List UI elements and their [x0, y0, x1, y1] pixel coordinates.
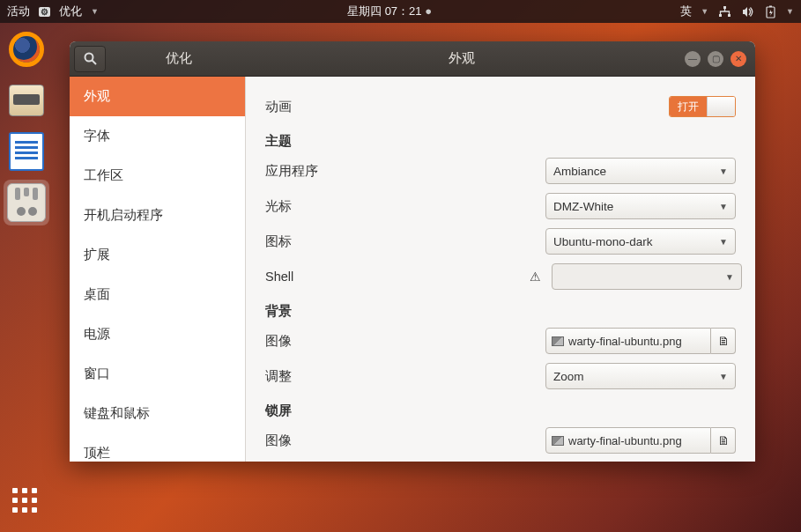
files-icon	[9, 85, 44, 116]
file-name: warty-final-ubuntu.png	[568, 434, 682, 447]
combo-value: DMZ-White	[553, 200, 613, 213]
shell-theme-combo: ▼	[552, 263, 742, 290]
sidebar-item-fonts[interactable]: 字体	[70, 116, 245, 156]
background-adjust-combo[interactable]: Zoom ▼	[545, 363, 736, 389]
chevron-down-icon: ▼	[725, 272, 734, 282]
window-title-left: 优化	[110, 50, 247, 67]
sidebar-item-appearance[interactable]: 外观	[70, 77, 245, 116]
battery-icon[interactable]	[763, 4, 777, 18]
svg-rect-0	[723, 6, 726, 9]
sidebar-item-label: 电源	[84, 327, 110, 341]
activities-button[interactable]: 活动	[7, 4, 30, 19]
tweaks-icon	[7, 183, 46, 222]
sidebar-item-power[interactable]: 电源	[70, 314, 245, 354]
sidebar-item-desktop[interactable]: 桌面	[70, 275, 245, 314]
sidebar-item-label: 窗口	[84, 366, 110, 381]
top-panel: 活动 ⚙ 优化 ▼ 星期四 07：21 ● 英 ▼ ▼	[0, 0, 801, 23]
app-menu-label[interactable]: 优化	[59, 4, 82, 19]
network-icon[interactable]	[717, 4, 731, 18]
chevron-down-icon: ▼	[719, 237, 728, 247]
lockscreen-image-browse-button[interactable]: 🗎	[711, 427, 736, 454]
icons-theme-combo[interactable]: Ubuntu-mono-dark ▼	[545, 228, 736, 255]
background-heading: 背景	[265, 294, 736, 323]
background-image-label: 图像	[265, 333, 530, 350]
svg-rect-2	[728, 14, 731, 17]
cursor-theme-label: 光标	[265, 198, 530, 215]
cursor-theme-combo[interactable]: DMZ-White ▼	[545, 193, 736, 219]
sidebar-item-label: 扩展	[84, 248, 110, 262]
chevron-down-icon: ▼	[701, 7, 708, 16]
sidebar-item-label: 开机启动程序	[84, 208, 163, 222]
chevron-down-icon: ▼	[719, 166, 728, 176]
sidebar-item-windows[interactable]: 窗口	[70, 354, 245, 394]
tweaks-window: 优化 外观 ― ▢ ✕ 外观 字体 工作区 开机启动程序 扩展 桌面 电源 窗口…	[70, 41, 755, 462]
search-icon	[84, 52, 97, 65]
sidebar-item-label: 外观	[84, 89, 110, 103]
applications-theme-combo[interactable]: Ambiance ▼	[545, 158, 736, 184]
notification-dot-icon: ●	[425, 4, 432, 18]
show-applications-button[interactable]	[12, 488, 39, 514]
dock-writer[interactable]	[4, 129, 49, 174]
input-method-label[interactable]: 英	[680, 4, 692, 19]
combo-value: Ambiance	[553, 165, 606, 178]
content-panel: 动画 打开 主题 应用程序 Ambiance ▼	[246, 77, 755, 462]
dock-firefox[interactable]	[4, 26, 49, 72]
animations-switch[interactable]: 打开	[669, 96, 736, 117]
app-menu-icon: ⚙	[39, 7, 50, 17]
lockscreen-image-label: 图像	[265, 432, 530, 449]
svg-line-6	[92, 61, 96, 65]
volume-icon[interactable]	[740, 4, 754, 18]
svg-rect-4	[769, 5, 772, 7]
writer-icon	[9, 132, 44, 171]
clock-label[interactable]: 星期四 07：21	[347, 4, 422, 18]
svg-rect-1	[719, 14, 722, 17]
titlebar: 优化 外观 ― ▢ ✕	[70, 41, 755, 77]
dock-files[interactable]	[4, 78, 49, 123]
switch-on-label: 打开	[670, 97, 707, 116]
document-icon: 🗎	[717, 433, 730, 447]
icons-theme-label: 图标	[265, 233, 530, 250]
document-icon: 🗎	[717, 334, 730, 348]
chevron-down-icon: ▼	[719, 372, 728, 381]
background-adjust-label: 调整	[265, 368, 530, 385]
sidebar-item-label: 桌面	[84, 287, 110, 301]
chevron-down-icon: ▼	[719, 202, 728, 211]
applications-theme-label: 应用程序	[265, 163, 530, 180]
chevron-down-icon: ▼	[786, 7, 794, 16]
shell-theme-label: Shell	[265, 270, 530, 284]
dock	[4, 26, 53, 225]
dock-tweaks[interactable]	[4, 180, 49, 225]
sidebar: 外观 字体 工作区 开机启动程序 扩展 桌面 电源 窗口 键盘和鼠标 顶栏	[70, 77, 246, 462]
animations-label: 动画	[265, 99, 530, 115]
switch-knob	[707, 97, 735, 116]
lockscreen-heading: 锁屏	[265, 394, 736, 423]
sidebar-item-extensions[interactable]: 扩展	[70, 235, 245, 275]
sidebar-item-label: 顶栏	[84, 446, 110, 460]
combo-value: Zoom	[553, 370, 584, 383]
window-title-center: 外观	[247, 50, 676, 67]
sidebar-item-label: 键盘和鼠标	[84, 406, 150, 420]
chevron-down-icon: ▼	[91, 7, 99, 16]
combo-value: Ubuntu-mono-dark	[553, 235, 653, 248]
background-image-button[interactable]: warty-final-ubuntu.png	[545, 328, 711, 354]
file-name: warty-final-ubuntu.png	[568, 335, 682, 348]
sidebar-item-label: 字体	[84, 129, 110, 143]
lockscreen-image-button[interactable]: warty-final-ubuntu.png	[545, 427, 711, 454]
warning-icon: ⚠	[530, 270, 541, 284]
sidebar-item-startup[interactable]: 开机启动程序	[70, 196, 245, 235]
sidebar-item-topbar[interactable]: 顶栏	[70, 433, 245, 462]
firefox-icon	[9, 32, 44, 67]
search-button[interactable]	[74, 46, 106, 72]
image-icon	[552, 436, 564, 446]
background-image-browse-button[interactable]: 🗎	[711, 328, 736, 354]
sidebar-item-label: 工作区	[84, 168, 123, 182]
close-button[interactable]: ✕	[731, 51, 746, 67]
sidebar-item-workspaces[interactable]: 工作区	[70, 156, 245, 196]
image-icon	[552, 336, 564, 346]
minimize-button[interactable]: ―	[685, 51, 701, 67]
sidebar-item-keyboard-mouse[interactable]: 键盘和鼠标	[70, 394, 245, 433]
maximize-button[interactable]: ▢	[708, 51, 723, 67]
theme-heading: 主题	[265, 124, 736, 153]
svg-point-5	[85, 54, 93, 62]
